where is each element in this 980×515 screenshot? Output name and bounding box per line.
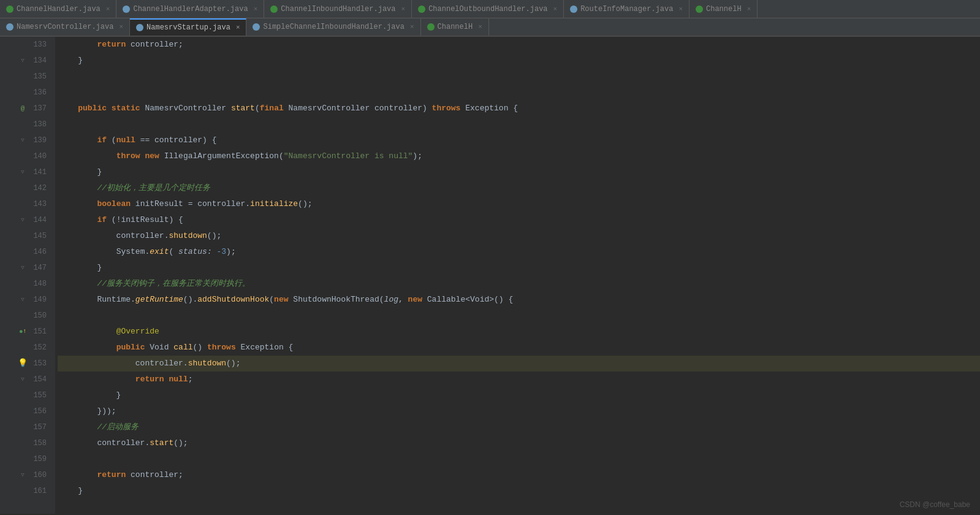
code-line-138 — [58, 116, 980, 132]
code-line-155: } — [58, 387, 980, 403]
gutter-136: 136 — [0, 85, 50, 101]
code-line-135 — [58, 69, 980, 85]
gutter-140: 140 — [0, 148, 50, 164]
tab-icon — [696, 6, 703, 13]
tab-icon — [427, 23, 435, 31]
code-line-150 — [58, 308, 980, 324]
tab-channel-handler-adapter[interactable]: ChannelHandlerAdapter.java × — [116, 0, 264, 18]
gutter-137: @ 137 — [0, 101, 50, 116]
gutter-155: 155 — [0, 387, 50, 403]
tab-channel-handler[interactable]: ChannelHandler.java × — [0, 0, 116, 18]
code-line-154: return null; — [58, 372, 980, 387]
code-line-139: if (null == controller) { — [58, 132, 980, 148]
gutter-135: 135 — [0, 69, 50, 85]
close-icon[interactable]: × — [410, 23, 414, 31]
gutter-146: 146 — [0, 244, 50, 260]
gutter-145: 145 — [0, 228, 50, 244]
gutter-147: ▽ 147 — [0, 260, 50, 276]
code-line-151: @Override — [58, 324, 980, 340]
close-icon[interactable]: × — [553, 6, 558, 13]
gutter-152: 152 — [0, 340, 50, 356]
close-icon[interactable]: × — [106, 6, 110, 13]
gutter-151: ● ! 151 — [0, 324, 50, 340]
code-line-141: } — [58, 164, 980, 180]
code-line-147: } — [58, 260, 980, 276]
gutter-144: ▽ 144 — [0, 212, 50, 228]
gutter-143: 143 — [0, 196, 50, 212]
gutter-154: ▽ 154 — [0, 372, 50, 387]
gutter-icon-134: ▽ — [18, 56, 27, 65]
code-line-145: controller.shutdown(); — [58, 228, 980, 244]
tab-channel-outbound-handler[interactable]: ChannelOutboundHandler.java × — [412, 0, 564, 18]
gutter-134: ▽ 134 — [0, 53, 50, 69]
gutter-142: 142 — [0, 180, 50, 196]
gutter-158: 158 — [0, 435, 50, 451]
code-line-158: controller.start(); — [58, 435, 980, 451]
code-line-156: })); — [58, 403, 980, 419]
code-line-144: if (!initResult) { — [58, 212, 980, 228]
close-icon[interactable]: × — [119, 23, 123, 31]
gutter-159: 159 — [0, 451, 50, 467]
code-editor[interactable]: return controller; } public static Names… — [55, 37, 980, 514]
tab-icon — [6, 23, 13, 31]
close-icon[interactable]: × — [747, 6, 751, 13]
tab-bar-second: NamesrvController.java × NamesrvStartup.… — [0, 18, 980, 37]
tab-label: RouteInfoManager.java — [580, 5, 673, 13]
close-icon[interactable]: × — [254, 6, 258, 13]
gutter-156: 156 — [0, 403, 50, 419]
gutter-149: ▽ 149 — [0, 292, 50, 308]
code-line-160: return controller; — [58, 467, 980, 483]
tab-icon — [123, 6, 130, 13]
gutter-157: 157 — [0, 419, 50, 435]
watermark: CSDN @coffee_babe — [900, 500, 970, 509]
tab-icon — [253, 23, 260, 31]
close-icon[interactable]: × — [401, 6, 406, 13]
code-line-142: //初始化，主要是几个定时任务 — [58, 180, 980, 196]
gutter-icon-133 — [18, 40, 27, 49]
gutter-148: 148 — [0, 276, 50, 292]
code-line-157: //启动服务 — [58, 419, 980, 435]
tab-icon — [570, 6, 577, 13]
tab-route-info-manager[interactable]: RouteInfoManager.java × — [564, 0, 689, 18]
tab-label: ChannelOutboundHandler.java — [428, 5, 547, 13]
code-line-161: } — [58, 483, 980, 499]
code-line-137: public static NamesrvController start(fi… — [58, 101, 980, 116]
tab-icon — [270, 6, 278, 13]
tab-bar-top: ChannelHandler.java × ChannelHandlerAdap… — [0, 0, 980, 18]
close-icon[interactable]: × — [236, 24, 240, 31]
code-line-133: return controller; — [58, 37, 980, 53]
tab-channel-h2[interactable]: ChannelH × — [421, 18, 489, 36]
code-line-146: System.exit( status: -3); — [58, 244, 980, 260]
tab-label: NamesrvController.java — [17, 23, 113, 31]
code-line-136 — [58, 85, 980, 101]
gutter-133: 133 — [0, 37, 50, 53]
gutter-141: ▽ 141 — [0, 164, 50, 180]
tab-label: ChannelHandler.java — [17, 5, 101, 13]
code-line-149: Runtime.getRuntime().addShutdownHook(new… — [58, 292, 980, 308]
code-line-134: } — [58, 53, 980, 69]
tab-label: NamesrvStartup.java — [146, 23, 230, 32]
tab-channel-inbound-handler[interactable]: ChannelInboundHandler.java × — [264, 0, 412, 18]
gutter-160: ▽ 160 — [0, 467, 50, 483]
code-line-152: public Void call() throws Exception { — [58, 340, 980, 356]
tab-simple-channel[interactable]: SimpleChannelInboundHandler.java × — [246, 18, 420, 36]
tab-label: ChannelHandlerAdapter.java — [133, 5, 248, 13]
tab-label: ChannelH — [438, 23, 473, 31]
tab-icon — [136, 24, 143, 31]
close-icon[interactable]: × — [678, 6, 683, 13]
close-icon[interactable]: × — [478, 23, 482, 31]
tab-namesrv-controller[interactable]: NamesrvController.java × — [0, 18, 130, 36]
code-line-153: controller.shutdown(); — [58, 356, 980, 372]
tab-label: ChannelH — [706, 5, 742, 13]
code-line-148: //服务关闭钩子，在服务正常关闭时执行。 — [58, 276, 980, 292]
line-number-gutter: 133 ▽ 134 135 136 @ 137 138 — [0, 37, 55, 514]
tab-icon — [6, 6, 13, 13]
code-line-143: boolean initResult = controller.initiali… — [58, 196, 980, 212]
gutter-161: 161 — [0, 483, 50, 499]
tab-namesrv-startup[interactable]: NamesrvStartup.java × — [130, 18, 246, 36]
code-line-140: throw new IllegalArgumentException("Name… — [58, 148, 980, 164]
gutter-138: 138 — [0, 116, 50, 132]
tab-icon — [418, 6, 425, 13]
tab-channel-extra[interactable]: ChannelH × — [689, 0, 758, 18]
gutter-150: 150 — [0, 308, 50, 324]
